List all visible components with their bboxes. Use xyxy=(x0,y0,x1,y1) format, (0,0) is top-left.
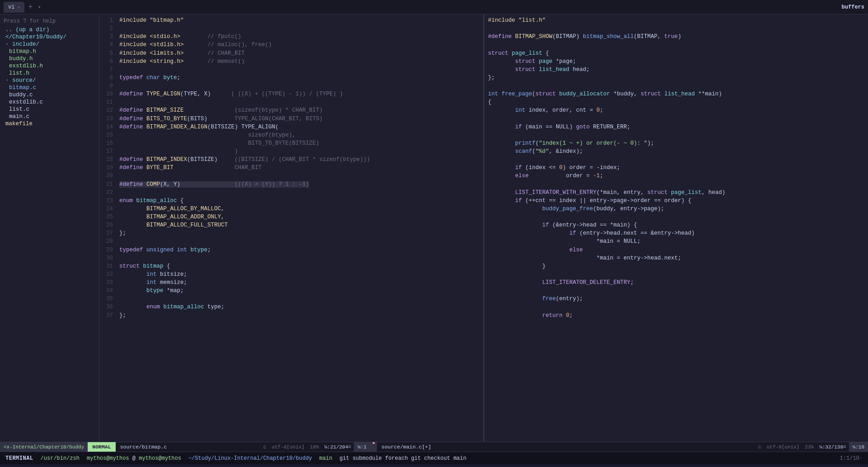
editor-pane-right: #include "list.h" #define BITMAP_SHOW(BI… xyxy=(484,14,868,442)
status-pos-left: ⅛:21/204= xyxy=(322,444,354,450)
sidebar-item-updir[interactable]: .. (up a dir) xyxy=(0,26,99,33)
terminal-prompt: mythos@mythos @ mythos@mythos xyxy=(87,455,181,462)
sidebar-item-bitmap-c[interactable]: bitmap.c xyxy=(0,84,99,91)
status-col-left: ⅛:1 xyxy=(354,442,370,452)
sidebar-item-include-dir[interactable]: · include/ xyxy=(0,41,99,48)
status-path-left: <x-Internal/Chapter10/buddy xyxy=(0,442,88,452)
tab-vi[interactable]: vi ✕ xyxy=(4,2,24,13)
status-lang-right: c xyxy=(755,444,764,450)
scroll-bar xyxy=(371,442,377,452)
tab-add[interactable]: + xyxy=(26,3,34,11)
code-content-left: #include "bitmap.h" #include <stdio.h> /… xyxy=(116,14,483,442)
status-zoom-right: 23% xyxy=(802,444,816,450)
status-file-left: source/bitmap.c xyxy=(116,444,172,450)
status-enc-right: utf-8[unix] xyxy=(764,444,802,450)
editor-pane-left: 1234567891011121314151617181920212223242… xyxy=(99,14,483,442)
sidebar-item-list-h[interactable]: list.h xyxy=(0,70,99,77)
status-bar-bottom: <x-Internal/Chapter10/buddy NORMAL sourc… xyxy=(0,442,868,452)
sidebar-item-main-c[interactable]: main.c xyxy=(0,113,99,120)
tab-vi-close[interactable]: ✕ xyxy=(17,5,20,10)
status-col-right: ⅛:16 xyxy=(849,442,868,452)
status-lang-left: c xyxy=(261,444,269,450)
sidebar-item-buddy-c[interactable]: buddy.c xyxy=(0,91,99,99)
terminal-right: 1:1/10· xyxy=(840,455,863,462)
sidebar-help: Press ? for help xyxy=(0,16,99,26)
terminal-tab-label[interactable]: TERMINAL xyxy=(5,455,33,462)
buffers-label: buffers xyxy=(842,4,864,10)
status-zoom-left: 10% xyxy=(307,444,322,450)
terminal-cwd: ~/Study/Linux-Internal/Chapter10/buddy xyxy=(188,455,312,462)
sidebar-item-source-dir[interactable]: · source/ xyxy=(0,77,99,84)
status-file-right: source/main.c[+] xyxy=(377,444,436,450)
status-pos-right: ⅛:32/138= xyxy=(816,444,849,450)
terminal-branch: main xyxy=(319,455,333,462)
tab-bar: vi ✕ + ▾ buffers xyxy=(0,0,868,14)
sidebar-item-buddy-h[interactable]: buddy.h xyxy=(0,55,99,62)
tab-vi-label: vi xyxy=(8,4,14,10)
sidebar-item-exstdlib-h[interactable]: exstdlib.h xyxy=(0,62,99,70)
code-content-right: #include "list.h" #define BITMAP_SHOW(BI… xyxy=(484,14,868,442)
terminal-path: /usr/bin/zsh xyxy=(41,455,80,462)
tab-chevron[interactable]: ▾ xyxy=(36,4,43,10)
sidebar-item-list-c[interactable]: list.c xyxy=(0,106,99,113)
terminal-bar: TERMINAL /usr/bin/zsh mythos@mythos @ my… xyxy=(0,452,868,464)
line-numbers-left: 1234567891011121314151617181920212223242… xyxy=(99,14,116,442)
terminal-cmd: git submodule foreach git checkout main xyxy=(339,455,466,462)
sidebar-item-bitmap-h[interactable]: bitmap.h xyxy=(0,48,99,55)
sidebar-item-makefile[interactable]: makefile xyxy=(0,120,99,127)
status-mode-left: NORMAL xyxy=(88,442,115,452)
status-enc-left: utf-8[unix] xyxy=(269,444,307,450)
sidebar: Press ? for help .. (up a dir) </Chapter… xyxy=(0,14,99,442)
sidebar-item-exstdlib-c[interactable]: exstdlib.c xyxy=(0,99,99,106)
sidebar-item-chapter[interactable]: </Chapter10/buddy/ xyxy=(0,33,99,41)
